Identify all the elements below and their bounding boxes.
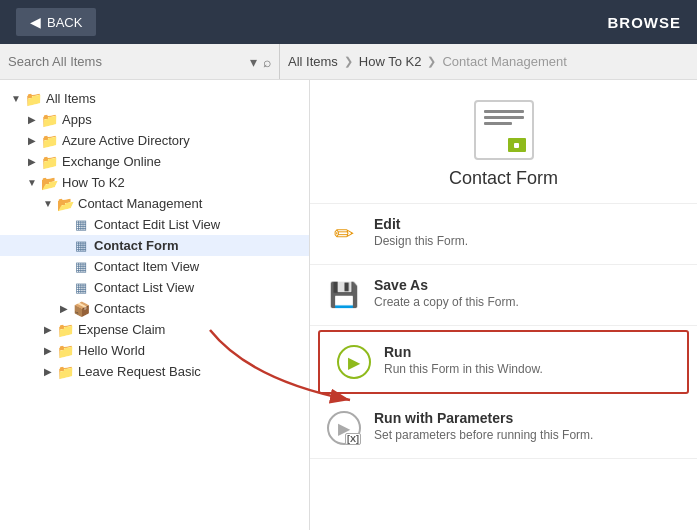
- saveas-icon: 💾: [329, 281, 359, 309]
- chevron-down-icon[interactable]: ▾: [250, 54, 257, 70]
- item-icon-contactitem: ▦: [72, 260, 90, 274]
- sidebar-label-howtok2: How To K2: [62, 175, 125, 190]
- search-input[interactable]: [8, 54, 250, 69]
- folder-icon-contactmgmt: 📂: [56, 197, 74, 211]
- run-icon: ▶: [337, 345, 371, 379]
- sidebar-label-contactmgmt: Contact Management: [78, 196, 202, 211]
- breadcrumb-allitems[interactable]: All Items: [288, 54, 338, 69]
- content-header: Contact Form: [310, 80, 697, 204]
- action-run-title: Run: [384, 344, 543, 360]
- back-button[interactable]: ◀ BACK: [16, 8, 96, 36]
- sidebar-label-allitems: All Items: [46, 91, 96, 106]
- sidebar-label-contactitem: Contact Item View: [94, 259, 199, 274]
- action-run-desc: Run this Form in this Window.: [384, 362, 543, 376]
- run-params-icon: ▶ [X]: [327, 411, 361, 445]
- action-runparams-title: Run with Parameters: [374, 410, 593, 426]
- sidebar-item-helloworld[interactable]: 📁 Hello World: [0, 340, 309, 361]
- sidebar-item-exchange[interactable]: 📁 Exchange Online: [0, 151, 309, 172]
- browse-label: BROWSE: [608, 14, 682, 31]
- action-saveas[interactable]: 💾 Save As Create a copy of this Form.: [310, 265, 697, 326]
- search-icon[interactable]: ⌕: [263, 54, 271, 70]
- header: ◀ BACK BROWSE: [0, 0, 697, 44]
- run-params-x-label: [X]: [345, 433, 361, 445]
- sidebar-label-leaverequest: Leave Request Basic: [78, 364, 201, 379]
- toggle-expense[interactable]: [40, 324, 56, 335]
- folder-icon-leaverequest: 📁: [56, 365, 74, 379]
- action-saveas-text: Save As Create a copy of this Form.: [374, 277, 519, 309]
- sidebar-item-contactitem[interactable]: ▦ Contact Item View: [0, 256, 309, 277]
- action-runparams[interactable]: ▶ [X] Run with Parameters Set parameters…: [310, 398, 697, 459]
- item-icon-contactlist: ▦: [72, 281, 90, 295]
- action-edit-text: Edit Design this Form.: [374, 216, 468, 248]
- run-icon-wrap: ▶: [336, 344, 372, 380]
- saveas-icon-wrap: 💾: [326, 277, 362, 313]
- breadcrumb-howtok2[interactable]: How To K2: [338, 54, 422, 69]
- main-layout: 📁 All Items 📁 Apps 📁 Azure Active Direct…: [0, 80, 697, 530]
- toggle-leaverequest[interactable]: [40, 366, 56, 377]
- sidebar-label-contactedit: Contact Edit List View: [94, 217, 220, 232]
- sidebar-label-helloworld: Hello World: [78, 343, 145, 358]
- toggle-allitems[interactable]: [8, 93, 24, 104]
- sidebar-label-contactlist: Contact List View: [94, 280, 194, 295]
- folder-icon-contacts: 📦: [72, 302, 90, 316]
- action-runparams-text: Run with Parameters Set parameters befor…: [374, 410, 593, 442]
- toggle-contactmgmt[interactable]: [40, 198, 56, 209]
- sidebar-label-expense: Expense Claim: [78, 322, 165, 337]
- edit-icon-wrap: ✏: [326, 216, 362, 252]
- sidebar-item-howtok2[interactable]: 📂 How To K2: [0, 172, 309, 193]
- action-list: ✏ Edit Design this Form. 💾 Save As Creat…: [310, 204, 697, 459]
- sidebar: 📁 All Items 📁 Apps 📁 Azure Active Direct…: [0, 80, 310, 530]
- sidebar-label-exchange: Exchange Online: [62, 154, 161, 169]
- sidebar-item-contactedit[interactable]: ▦ Contact Edit List View: [0, 214, 309, 235]
- sidebar-label-contactform: Contact Form: [94, 238, 179, 253]
- action-runparams-desc: Set parameters before running this Form.: [374, 428, 593, 442]
- breadcrumb: All Items How To K2 Contact Management: [280, 44, 575, 79]
- sidebar-item-apps[interactable]: 📁 Apps: [0, 109, 309, 130]
- folder-icon-howtok2: 📂: [40, 176, 58, 190]
- sidebar-item-azure[interactable]: 📁 Azure Active Directory: [0, 130, 309, 151]
- sidebar-item-contacts[interactable]: 📦 Contacts: [0, 298, 309, 319]
- sidebar-label-apps: Apps: [62, 112, 92, 127]
- toggle-apps[interactable]: [24, 114, 40, 125]
- sidebar-tree: 📁 All Items 📁 Apps 📁 Azure Active Direct…: [0, 80, 309, 390]
- action-run[interactable]: ▶ Run Run this Form in this Window.: [318, 330, 689, 394]
- sidebar-item-contactmgmt[interactable]: 📂 Contact Management: [0, 193, 309, 214]
- search-area: ▾ ⌕: [0, 44, 280, 79]
- folder-icon-azure: 📁: [40, 134, 58, 148]
- toggle-exchange[interactable]: [24, 156, 40, 167]
- sidebar-item-contactform[interactable]: ▦ Contact Form: [0, 235, 309, 256]
- action-edit-title: Edit: [374, 216, 468, 232]
- back-arrow-icon: ◀: [30, 14, 41, 30]
- item-icon-contactedit: ▦: [72, 218, 90, 232]
- action-run-text: Run Run this Form in this Window.: [384, 344, 543, 376]
- breadcrumb-contactmgmt[interactable]: Contact Management: [421, 54, 566, 69]
- content-title: Contact Form: [449, 168, 558, 189]
- toggle-helloworld[interactable]: [40, 345, 56, 356]
- breadcrumb-bar: ▾ ⌕ All Items How To K2 Contact Manageme…: [0, 44, 697, 80]
- folder-icon-helloworld: 📁: [56, 344, 74, 358]
- content-form-icon: [474, 100, 534, 160]
- folder-icon-allitems: 📁: [24, 92, 42, 106]
- action-edit-desc: Design this Form.: [374, 234, 468, 248]
- sidebar-label-azure: Azure Active Directory: [62, 133, 190, 148]
- toggle-azure[interactable]: [24, 135, 40, 146]
- runparams-icon-wrap: ▶ [X]: [326, 410, 362, 446]
- action-saveas-title: Save As: [374, 277, 519, 293]
- sidebar-label-contacts: Contacts: [94, 301, 145, 316]
- edit-icon: ✏: [334, 220, 354, 248]
- action-saveas-desc: Create a copy of this Form.: [374, 295, 519, 309]
- item-icon-contactform: ▦: [72, 239, 90, 253]
- toggle-howtok2[interactable]: [24, 177, 40, 188]
- sidebar-item-allitems[interactable]: 📁 All Items: [0, 88, 309, 109]
- action-edit[interactable]: ✏ Edit Design this Form.: [310, 204, 697, 265]
- folder-icon-expense: 📁: [56, 323, 74, 337]
- folder-icon-exchange: 📁: [40, 155, 58, 169]
- sidebar-item-leaverequest[interactable]: 📁 Leave Request Basic: [0, 361, 309, 382]
- sidebar-item-expense[interactable]: 📁 Expense Claim: [0, 319, 309, 340]
- back-label: BACK: [47, 15, 82, 30]
- folder-icon-apps: 📁: [40, 113, 58, 127]
- content-panel: Contact Form ✏ Edit Design this Form. 💾: [310, 80, 697, 530]
- sidebar-item-contactlist[interactable]: ▦ Contact List View: [0, 277, 309, 298]
- toggle-contacts[interactable]: [56, 303, 72, 314]
